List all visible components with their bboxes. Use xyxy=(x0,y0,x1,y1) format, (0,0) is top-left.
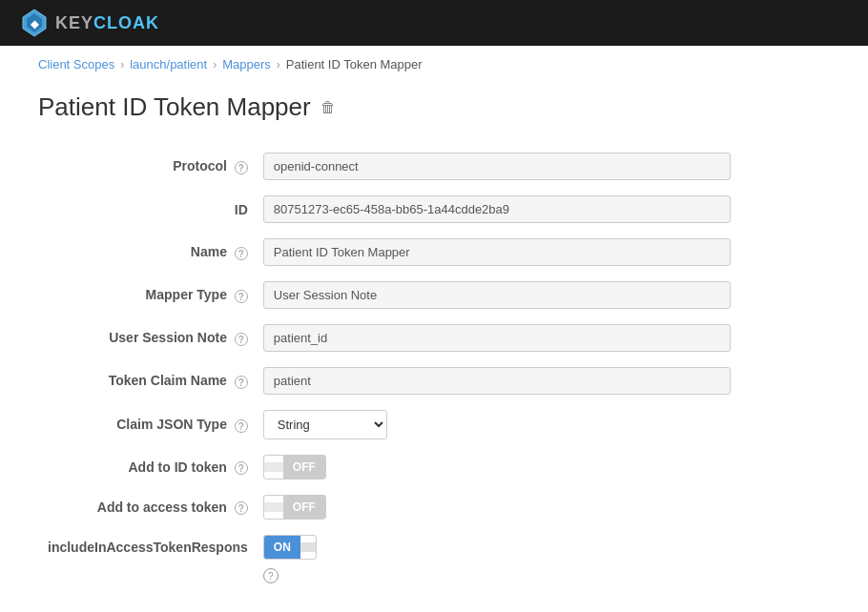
mapper-type-value-cell xyxy=(263,274,830,316)
claim-json-type-value-cell: String long int boolean JSON xyxy=(263,402,830,447)
include-in-access-row: includeInAccessTokenRespons ON xyxy=(38,527,830,567)
protocol-label-cell: Protocol ? xyxy=(38,145,263,188)
add-to-access-token-row: Add to access token ? OFF xyxy=(38,487,830,527)
page-title: Patient ID Token Mapper xyxy=(38,92,311,122)
add-to-id-token-off-inactive xyxy=(264,462,283,472)
breadcrumb-sep-3: › xyxy=(277,58,280,71)
add-to-access-token-label-cell: Add to access token ? xyxy=(38,487,263,527)
mapper-type-help-icon[interactable]: ? xyxy=(235,290,248,303)
include-in-access-label: includeInAccessTokenRespons xyxy=(48,540,248,555)
name-row: Name ? xyxy=(38,231,830,274)
protocol-input xyxy=(263,153,731,180)
add-to-id-token-toggle[interactable]: OFF xyxy=(263,455,326,479)
include-in-access-toggle[interactable]: ON xyxy=(263,535,317,560)
delete-icon[interactable]: 🗑 xyxy=(320,99,336,116)
user-session-note-value-cell xyxy=(263,316,830,359)
svg-text:◆: ◆ xyxy=(30,18,39,30)
include-in-access-off-side xyxy=(300,542,316,552)
protocol-label: Protocol xyxy=(173,158,227,173)
add-to-id-token-value-cell: OFF xyxy=(263,447,830,487)
name-input[interactable] xyxy=(263,238,731,266)
name-value-cell xyxy=(263,231,830,274)
include-in-access-on-state: ON xyxy=(264,536,300,559)
breadcrumb-sep-2: › xyxy=(213,58,217,71)
include-help-label-spacer xyxy=(38,567,263,585)
page-title-row: Patient ID Token Mapper 🗑 xyxy=(38,92,830,122)
breadcrumb-launch-patient[interactable]: launch/patient xyxy=(130,57,207,71)
token-claim-name-row: Token Claim Name ? xyxy=(38,359,830,402)
include-in-access-help-icon[interactable]: ? xyxy=(263,568,279,583)
include-in-access-label-cell: includeInAccessTokenRespons xyxy=(38,527,263,567)
mapper-type-input xyxy=(263,281,731,309)
add-to-id-token-label-cell: Add to ID token ? xyxy=(38,447,263,487)
breadcrumb-client-scopes[interactable]: Client Scopes xyxy=(38,57,114,71)
mapper-type-row: Mapper Type ? xyxy=(38,274,830,316)
user-session-note-row: User Session Note ? xyxy=(38,316,830,359)
add-to-access-token-toggle[interactable]: OFF xyxy=(263,495,326,520)
id-label-cell: ID xyxy=(38,188,263,231)
protocol-row: Protocol ? xyxy=(38,145,830,188)
token-claim-name-help-icon[interactable]: ? xyxy=(235,376,248,389)
claim-json-type-label-cell: Claim JSON Type ? xyxy=(38,402,263,447)
breadcrumb-sep-1: › xyxy=(120,58,124,71)
add-to-access-token-help-icon[interactable]: ? xyxy=(235,501,248,515)
add-to-id-token-row: Add to ID token ? OFF xyxy=(38,447,830,487)
breadcrumb-current: Patient ID Token Mapper xyxy=(286,57,423,71)
main-content: Patient ID Token Mapper 🗑 Protocol ? ID xyxy=(0,83,868,612)
add-to-access-token-off-inactive xyxy=(264,502,283,512)
claim-json-type-help-icon[interactable]: ? xyxy=(235,419,248,433)
add-to-access-token-label: Add to access token xyxy=(97,500,227,515)
add-to-id-token-label: Add to ID token xyxy=(128,459,226,475)
add-to-access-token-value-cell: OFF xyxy=(263,487,830,527)
mapper-type-label-cell: Mapper Type ? xyxy=(38,274,263,316)
mapper-type-label: Mapper Type xyxy=(146,287,227,302)
protocol-help-icon[interactable]: ? xyxy=(235,161,248,174)
claim-json-type-select[interactable]: String long int boolean JSON xyxy=(263,410,387,439)
keycloak-logo-icon: ◆ xyxy=(19,8,50,38)
add-to-access-token-toggle-button[interactable]: OFF xyxy=(283,496,325,519)
top-nav: ◆ KEYCLOAK xyxy=(0,0,868,46)
id-input xyxy=(263,195,731,223)
breadcrumb: Client Scopes › launch/patient › Mappers… xyxy=(0,46,868,83)
id-value-cell xyxy=(263,188,830,231)
id-row: ID xyxy=(38,188,830,231)
include-help-row: ? xyxy=(38,567,830,585)
add-to-id-token-toggle-button[interactable]: OFF xyxy=(283,456,325,479)
include-in-access-value-cell: ON xyxy=(263,527,830,567)
id-label: ID xyxy=(235,202,248,217)
user-session-note-input[interactable] xyxy=(263,324,731,352)
name-help-icon[interactable]: ? xyxy=(235,247,248,260)
user-session-note-help-icon[interactable]: ? xyxy=(235,333,248,346)
claim-json-type-label: Claim JSON Type xyxy=(116,417,227,432)
logo-area[interactable]: ◆ KEYCLOAK xyxy=(19,8,159,38)
user-session-note-label: User Session Note xyxy=(109,330,227,345)
token-claim-name-label-cell: Token Claim Name ? xyxy=(38,359,263,402)
logo-text: KEYCLOAK xyxy=(55,13,159,33)
name-label: Name xyxy=(191,244,227,259)
include-help-icon-cell: ? xyxy=(263,567,830,585)
user-session-note-label-cell: User Session Note ? xyxy=(38,316,263,359)
name-label-cell: Name ? xyxy=(38,231,263,274)
token-claim-name-value-cell xyxy=(263,359,830,402)
claim-json-type-row: Claim JSON Type ? String long int boolea… xyxy=(38,402,830,447)
mapper-form: Protocol ? ID Name ? xyxy=(38,145,830,585)
token-claim-name-input[interactable] xyxy=(263,367,731,395)
breadcrumb-mappers[interactable]: Mappers xyxy=(222,57,271,71)
protocol-value-cell xyxy=(263,145,830,188)
token-claim-name-label: Token Claim Name xyxy=(109,373,227,388)
add-to-id-token-help-icon[interactable]: ? xyxy=(235,461,248,475)
